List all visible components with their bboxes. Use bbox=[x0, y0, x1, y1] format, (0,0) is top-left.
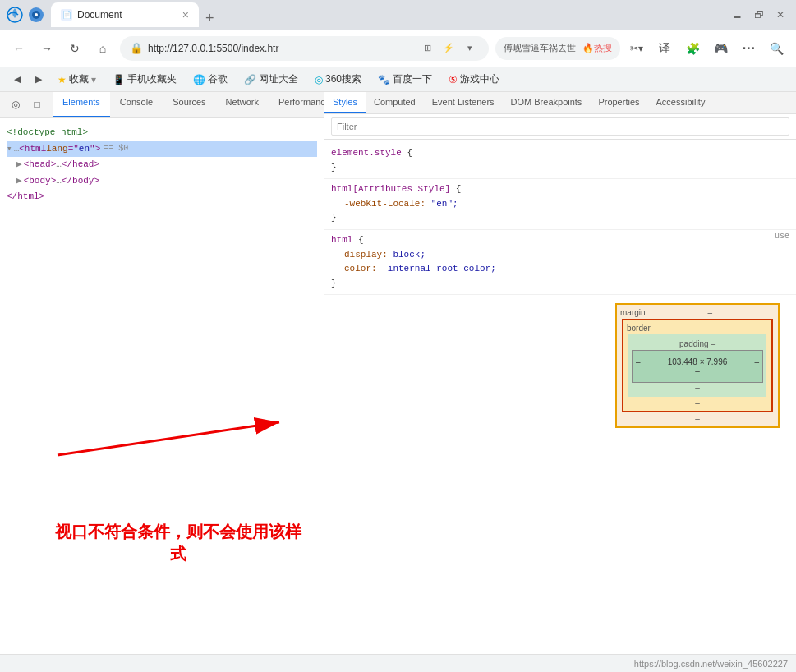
browser-icon bbox=[7, 7, 23, 23]
dom-body-line[interactable]: ▶ <body> … </body> bbox=[16, 173, 317, 190]
box-border-inner: border – padding – bbox=[622, 319, 773, 412]
border-label-row: border – bbox=[627, 324, 768, 333]
search-area: 傅岘雪逼车祸去世 🔥热搜 bbox=[495, 37, 620, 60]
star-icon: ★ bbox=[58, 74, 67, 85]
refresh-button[interactable]: ↻ bbox=[64, 38, 85, 59]
translate-icon: 译 bbox=[659, 41, 670, 56]
doctype-text: <!doctype html> bbox=[7, 126, 88, 140]
game-button[interactable]: 🎮 bbox=[709, 37, 732, 60]
devtools-nav-right[interactable]: ▶ bbox=[30, 71, 48, 89]
bookmark-item-games[interactable]: ⑤ 游戏中心 bbox=[442, 71, 506, 88]
dom-doctype-line[interactable]: <!doctype html> bbox=[7, 125, 317, 141]
url-bar-actions: ⊞ ⚡ ▾ bbox=[418, 39, 479, 58]
content-size-text: 103.448 × 7.996 bbox=[668, 357, 728, 366]
box-model-area: margin – border – pa bbox=[324, 295, 796, 436]
bookmark-item-360[interactable]: ◎ 360搜索 bbox=[308, 71, 368, 88]
styles-tab-properties[interactable]: Properties bbox=[590, 92, 647, 113]
border-bottom: – bbox=[627, 398, 768, 407]
devtools-tab-bar: ◎ □ Elements Console Sources Network Per… bbox=[0, 92, 324, 118]
svg-point-3 bbox=[35, 13, 38, 16]
bookmark-label-7: 游戏中心 bbox=[460, 72, 499, 86]
address-bar: ← → ↻ ⌂ 🔒 http://127.0.0.1:5500/index.ht… bbox=[0, 30, 796, 67]
status-url: https://blog.csdn.net/weixin_45602227 bbox=[634, 659, 788, 669]
360-icon: ◎ bbox=[315, 74, 323, 85]
bookmark-item-urlnav[interactable]: 🔗 网址大全 bbox=[237, 71, 305, 88]
dom-html-line[interactable]: ▾ … <html lang =" en "> == $0 bbox=[7, 141, 317, 158]
right-panel: Styles Computed Event Listeners DOM Brea… bbox=[324, 92, 796, 672]
bookmark-label-6: 百度一下 bbox=[393, 72, 432, 86]
css-rule-html: html { display: block; color: -internal-… bbox=[324, 230, 796, 295]
bottom-annotation-text: 视口不符合条件，则不会使用该样式 bbox=[49, 496, 307, 573]
content-left-dash: – bbox=[636, 357, 641, 366]
styles-tab-event-listeners[interactable]: Event Listeners bbox=[424, 92, 503, 113]
cut-button[interactable]: ✂▾ bbox=[625, 37, 648, 60]
window-controls: 🗕 🗗 ✕ bbox=[729, 6, 789, 24]
search-icon-button[interactable]: 🔍 bbox=[765, 37, 788, 60]
box-margin-outer: margin – border – pa bbox=[615, 303, 780, 428]
styles-tab-computed[interactable]: Computed bbox=[366, 92, 424, 113]
restore-button[interactable]: 🗗 bbox=[750, 6, 768, 24]
body-tag: <body> bbox=[24, 174, 57, 189]
content-size-row: – 103.448 × 7.996 – bbox=[636, 357, 759, 366]
bookmark-item-mobile[interactable]: 📱 手机收藏夹 bbox=[106, 71, 183, 88]
bookmark-label-5: 360搜索 bbox=[325, 72, 361, 86]
urlnav-icon: 🔗 bbox=[244, 74, 256, 85]
css-source-use: use bbox=[775, 230, 789, 243]
selected-indicator: == $0 bbox=[104, 142, 128, 155]
html-lang-attr: lang bbox=[46, 142, 67, 157]
dropdown-icon[interactable]: ▾ bbox=[461, 39, 479, 58]
border-label: border bbox=[627, 324, 651, 333]
bookmark-item-collections[interactable]: ★ 收藏 ▾ bbox=[51, 71, 103, 88]
devtools-nav-left[interactable]: ◀ bbox=[8, 71, 26, 89]
forward-button[interactable]: → bbox=[36, 38, 58, 59]
extension-button[interactable]: 🧩 bbox=[681, 37, 704, 60]
close-window-button[interactable]: ✕ bbox=[771, 6, 789, 24]
search-icon: 🔍 bbox=[770, 42, 784, 55]
lightning-icon[interactable]: ⚡ bbox=[439, 39, 458, 58]
css-selector-3: html { bbox=[331, 233, 789, 248]
dom-head-line[interactable]: ▶ <head> … </head> bbox=[16, 157, 317, 173]
bookmark-item-google[interactable]: 🌐 谷歌 bbox=[186, 71, 234, 88]
filter-input[interactable] bbox=[331, 117, 789, 136]
expand-arrow-head: ▶ bbox=[16, 158, 22, 173]
menu-button[interactable]: ⋯ bbox=[737, 37, 760, 60]
tab-elements[interactable]: Elements bbox=[53, 92, 110, 117]
html-equals: =" bbox=[68, 142, 79, 157]
bookmark-item-baidu[interactable]: 🐾 百度一下 bbox=[371, 71, 439, 88]
device-tool-button[interactable]: □ bbox=[28, 95, 46, 113]
back-icon: ← bbox=[13, 42, 25, 55]
annotation-area: 视口不符合条件，则不会使用该样式 bbox=[0, 389, 324, 672]
styles-tab-styles[interactable]: Styles bbox=[324, 92, 366, 113]
inspect-tool-button[interactable]: ◎ bbox=[7, 95, 25, 113]
tab-sources[interactable]: Sources bbox=[163, 92, 215, 117]
home-icon: ⌂ bbox=[99, 42, 106, 55]
tab-network[interactable]: Network bbox=[216, 92, 269, 117]
dom-html-close-line[interactable]: </html> bbox=[7, 189, 317, 205]
html-close-tag: </html> bbox=[7, 190, 44, 205]
bookmark-label-3: 谷歌 bbox=[208, 72, 228, 86]
minimize-button[interactable]: 🗕 bbox=[729, 6, 747, 24]
new-tab-button[interactable]: + bbox=[199, 10, 221, 27]
translate-button[interactable]: 译 bbox=[653, 37, 676, 60]
browser-icon2 bbox=[28, 7, 44, 23]
css-prop-color: color: -internal-root-color; bbox=[331, 262, 789, 277]
dom-tree: <!doctype html> ▾ … <html lang =" en "> … bbox=[0, 118, 324, 389]
box-content-area: – 103.448 × 7.996 – – bbox=[632, 350, 763, 383]
tab-favicon: 📄 bbox=[61, 9, 72, 21]
toolbar-right: 傅岘雪逼车祸去世 🔥热搜 ✂▾ 译 🧩 🎮 ⋯ 🔍 bbox=[495, 37, 788, 60]
tab-performance[interactable]: Performance bbox=[269, 92, 324, 117]
grid-icon[interactable]: ⊞ bbox=[418, 39, 436, 58]
styles-tab-accessibility[interactable]: Accessibility bbox=[648, 92, 714, 113]
url-bar[interactable]: 🔒 http://127.0.0.1:5500/index.htr ⊞ ⚡ ▾ bbox=[120, 36, 489, 61]
tab-close-button[interactable]: × bbox=[182, 8, 189, 21]
css-rule-3-close: } bbox=[331, 277, 789, 292]
content-right-dash: – bbox=[754, 357, 759, 366]
tab-console[interactable]: Console bbox=[110, 92, 163, 117]
back-button[interactable]: ← bbox=[8, 38, 30, 59]
mobile-icon: 📱 bbox=[113, 74, 125, 85]
styles-tab-dom-breakpoints[interactable]: DOM Breakpoints bbox=[503, 92, 591, 113]
home-button[interactable]: ⌂ bbox=[92, 38, 113, 59]
active-tab[interactable]: 📄 Document × bbox=[51, 2, 199, 27]
css-rule-element-style: element.style { } bbox=[324, 143, 796, 179]
html-dots: … bbox=[14, 142, 20, 157]
